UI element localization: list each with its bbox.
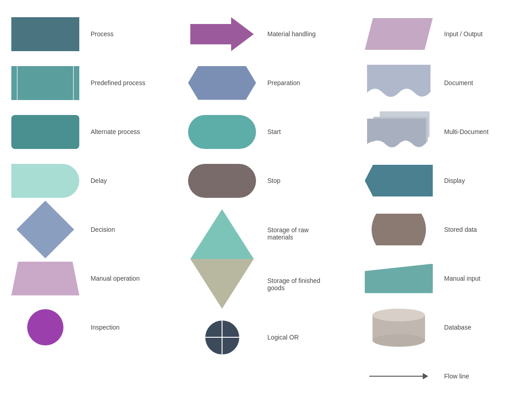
alternate-shape: [11, 115, 79, 149]
column-1: Process Predefined process Alternate pro…: [9, 14, 186, 397]
manual-op-label: Manual operation: [91, 275, 140, 282]
storage-finished-label: Storage of finishedgoods: [267, 277, 320, 292]
input-output-label: Input / Output: [444, 30, 483, 38]
shape-display-container: [363, 163, 435, 199]
item-material-handling: Material handling: [186, 14, 363, 54]
item-display: Display: [363, 160, 532, 201]
item-alternate: Alternate process: [9, 111, 186, 152]
flow-line-label: Flow line: [444, 373, 469, 380]
item-start: Start: [186, 111, 363, 152]
shape-preparation-container: [186, 65, 258, 101]
item-delay: Delay: [9, 160, 186, 201]
manual-input-shape: [365, 264, 433, 293]
stop-shape: [188, 164, 256, 198]
main-grid: Process Predefined process Alternate pro…: [0, 0, 532, 402]
process-label: Process: [91, 30, 114, 38]
shape-document-container: [363, 65, 435, 101]
shape-delay-container: [9, 163, 82, 199]
item-document: Document: [363, 62, 532, 103]
flow-line-body: [369, 376, 423, 377]
shape-manual-op-container: [9, 260, 82, 297]
multi-doc-svg: [367, 111, 430, 152]
stored-data-shape: [367, 214, 430, 245]
shape-input-output-container: [363, 16, 435, 52]
material-handling-shape: [190, 17, 254, 51]
delay-label: Delay: [91, 177, 107, 184]
decision-label: Decision: [91, 226, 115, 233]
storage-finished-shape: [190, 259, 254, 309]
item-manual-op: Manual operation: [9, 258, 186, 299]
delay-shape: [11, 164, 79, 198]
item-stored-data: Stored data: [363, 209, 532, 250]
shape-database-container: [363, 309, 435, 345]
input-output-shape: [365, 18, 433, 50]
shape-start-container: [186, 114, 258, 150]
predefined-label: Predefined process: [91, 79, 145, 86]
preparation-label: Preparation: [267, 79, 300, 86]
multi-document-label: Multi-Document: [444, 128, 488, 135]
shape-process-container: [9, 16, 82, 52]
shape-inspection-container: [9, 309, 82, 345]
start-shape: [188, 115, 256, 149]
material-handling-label: Material handling: [267, 30, 316, 38]
item-stop: Stop: [186, 160, 363, 201]
display-shape: [365, 165, 433, 196]
item-input-output: Input / Output: [363, 14, 532, 54]
column-3: Input / Output Document: [363, 14, 532, 397]
item-manual-input: Manual input: [363, 258, 532, 299]
storage-raw-label: Storage of rawmaterials: [267, 226, 320, 241]
logical-or-label: Logical OR: [267, 334, 299, 341]
manual-op-shape: [11, 262, 79, 296]
display-label: Display: [444, 177, 465, 184]
shape-stop-container: [186, 163, 258, 199]
shape-decision-container: [9, 211, 82, 248]
manual-input-label: Manual input: [444, 275, 480, 282]
item-preparation: Preparation: [186, 62, 363, 103]
stored-data-label: Stored data: [444, 226, 477, 233]
document-shape: [367, 65, 430, 101]
item-inspection: Inspection: [9, 307, 186, 348]
item-storage-combined: Storage of rawmaterials Storage of finis…: [186, 209, 363, 309]
shape-predefined-container: [9, 65, 82, 101]
database-label: Database: [444, 324, 471, 331]
item-database: Database: [363, 307, 532, 348]
shape-stored-data-container: [363, 211, 435, 248]
shape-multi-document-container: [363, 114, 435, 150]
stop-label: Stop: [267, 177, 281, 184]
shape-flow-line-container: [363, 358, 435, 394]
decision-shape: [16, 201, 74, 258]
column-2: Material handling Preparation Start Stop: [186, 14, 363, 397]
shape-manual-input-container: [363, 260, 435, 297]
item-flow-line: Flow line: [363, 356, 532, 397]
item-multi-document: Multi-Document: [363, 111, 532, 152]
shape-material-handling-container: [186, 16, 258, 52]
predefined-shape: [11, 66, 79, 100]
item-decision: Decision: [9, 209, 186, 250]
item-logical-or: Logical OR: [186, 317, 363, 358]
logical-or-shape: [205, 321, 239, 354]
database-shape: [372, 308, 426, 347]
inspection-shape: [27, 309, 63, 345]
shape-logical-or-container: [186, 319, 258, 355]
start-label: Start: [267, 128, 281, 135]
flow-line-arrow: [423, 373, 428, 379]
storage-labels: Storage of rawmaterials Storage of finis…: [267, 226, 320, 292]
item-predefined: Predefined process: [9, 62, 186, 103]
shape-alternate-container: [9, 114, 82, 150]
svg-marker-0: [190, 17, 254, 51]
flow-line-shape: [369, 373, 428, 379]
alternate-label: Alternate process: [91, 128, 140, 135]
svg-point-3: [372, 334, 425, 347]
multi-document-shape: [367, 111, 430, 152]
document-label: Document: [444, 79, 473, 86]
process-shape: [11, 17, 79, 51]
item-process: Process: [9, 14, 186, 54]
inspection-label: Inspection: [91, 324, 120, 331]
storage-shapes-container: [186, 209, 258, 309]
svg-point-4: [372, 309, 425, 321]
preparation-shape: [188, 66, 256, 100]
storage-raw-shape: [190, 209, 254, 259]
